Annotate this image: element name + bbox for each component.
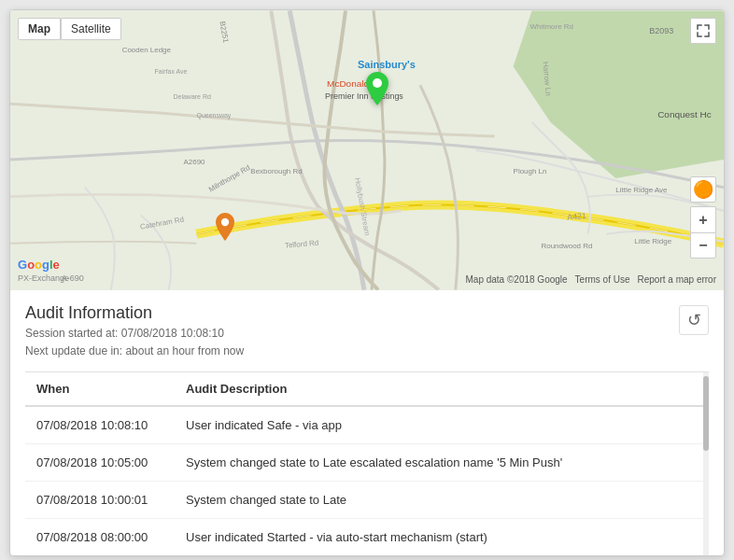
session-label: Session started at: bbox=[25, 327, 118, 340]
map-section: Sainsbury's McDonald's Premier Inn Hasti… bbox=[10, 10, 724, 290]
cell-description: System changed state to Late escalated e… bbox=[175, 444, 709, 482]
report-map-error-link[interactable]: Report a map error bbox=[638, 274, 716, 285]
svg-text:Premier Inn Hastings: Premier Inn Hastings bbox=[325, 91, 403, 101]
map-footer: Map data ©2018 Google Terms of Use Repor… bbox=[465, 274, 716, 285]
table-row: 07/08/2018 08:00:00User indicated Starte… bbox=[25, 519, 709, 556]
zoom-out-button[interactable]: − bbox=[690, 232, 716, 259]
cell-when: 07/08/2018 08:00:00 bbox=[25, 519, 175, 556]
audit-section: Audit Information Session started at: 07… bbox=[10, 290, 724, 555]
cell-description: System changed state to Late bbox=[175, 482, 709, 519]
cell-description: User indicated Started - via auto-start … bbox=[175, 519, 709, 556]
table-row: 07/08/2018 10:08:10User indicated Safe -… bbox=[25, 406, 709, 444]
svg-text:A421: A421 bbox=[567, 211, 587, 222]
map-background: Sainsbury's McDonald's Premier Inn Hasti… bbox=[10, 10, 724, 290]
main-container: Sainsbury's McDonald's Premier Inn Hasti… bbox=[9, 9, 725, 556]
fullscreen-button[interactable] bbox=[690, 18, 716, 44]
audit-next-update: Next update due in: about an hour from n… bbox=[25, 343, 244, 360]
audit-table-container: When Audit Description 07/08/2018 10:08:… bbox=[25, 371, 709, 555]
google-logo: Google PX-Exchange bbox=[18, 258, 69, 283]
zoom-in-button[interactable]: + bbox=[690, 206, 716, 232]
session-value: 07/08/2018 10:08:10 bbox=[121, 327, 224, 340]
svg-text:Sainsbury's: Sainsbury's bbox=[358, 59, 416, 70]
svg-point-27 bbox=[221, 218, 229, 226]
audit-table: When Audit Description 07/08/2018 10:08:… bbox=[25, 372, 709, 555]
cell-when: 07/08/2018 10:00:01 bbox=[25, 482, 175, 519]
svg-text:Fairfax Ave: Fairfax Ave bbox=[155, 68, 188, 75]
svg-text:Cooden Ledge: Cooden Ledge bbox=[122, 46, 172, 54]
col-when-header: When bbox=[25, 372, 175, 406]
svg-text:Whitmore Rd: Whitmore Rd bbox=[530, 22, 573, 31]
audit-header: Audit Information Session started at: 07… bbox=[25, 303, 709, 360]
table-header-row: When Audit Description bbox=[25, 372, 709, 406]
svg-point-26 bbox=[373, 78, 382, 88]
scroll-thumb bbox=[703, 376, 709, 451]
zoom-controls: + − bbox=[690, 206, 716, 259]
map-data-text: Map data ©2018 Google bbox=[465, 274, 567, 285]
svg-text:Roundwood Rd: Roundwood Rd bbox=[542, 242, 593, 250]
map-type-controls: Map Satellite bbox=[18, 18, 121, 40]
svg-text:Bexborough Rd: Bexborough Rd bbox=[250, 167, 302, 175]
svg-text:Delaware Rd: Delaware Rd bbox=[174, 93, 211, 100]
red-marker[interactable] bbox=[216, 213, 234, 247]
satellite-mode-button[interactable]: Satellite bbox=[61, 18, 121, 40]
svg-text:B2093: B2093 bbox=[649, 26, 673, 35]
map-mode-button[interactable]: Map bbox=[18, 18, 61, 40]
refresh-icon: ↺ bbox=[687, 310, 701, 330]
svg-text:Little Ridge Ave: Little Ridge Ave bbox=[615, 186, 668, 194]
cell-when: 07/08/2018 10:08:10 bbox=[25, 406, 175, 444]
col-description-header: Audit Description bbox=[175, 372, 709, 406]
next-update-label: Next update due in: bbox=[25, 344, 122, 357]
cell-description: User indicated Safe - via app bbox=[175, 406, 709, 444]
table-row: 07/08/2018 10:05:00System changed state … bbox=[25, 444, 709, 482]
scrollbar[interactable] bbox=[703, 372, 709, 555]
svg-text:Plough Ln: Plough Ln bbox=[514, 167, 547, 175]
svg-text:Queensway: Queensway bbox=[196, 112, 231, 119]
green-marker[interactable] bbox=[366, 72, 388, 113]
audit-title: Audit Information bbox=[25, 303, 244, 323]
table-row: 07/08/2018 10:00:01System changed state … bbox=[25, 482, 709, 519]
svg-text:A2690: A2690 bbox=[184, 158, 206, 166]
terms-of-use-link[interactable]: Terms of Use bbox=[575, 274, 630, 285]
svg-text:Conquest Hc: Conquest Hc bbox=[657, 109, 712, 119]
fullscreen-icon bbox=[697, 24, 710, 37]
cell-when: 07/08/2018 10:05:00 bbox=[25, 444, 175, 482]
svg-text:Little Ridge: Little Ridge bbox=[634, 237, 671, 245]
audit-session: Session started at: 07/08/2018 10:08:10 bbox=[25, 325, 244, 343]
next-update-value: about an hour from now bbox=[125, 344, 244, 357]
refresh-button[interactable]: ↺ bbox=[679, 305, 709, 335]
audit-info: Audit Information Session started at: 07… bbox=[25, 303, 244, 360]
pegman-button[interactable]: 🟠 bbox=[690, 176, 716, 203]
